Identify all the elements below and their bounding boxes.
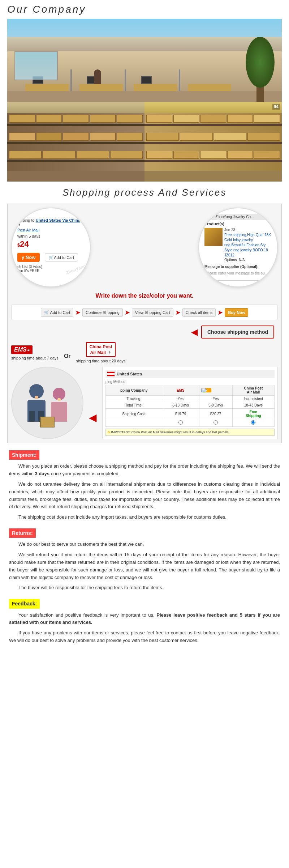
shipment-p3: The shipping cost does not include any i… bbox=[9, 514, 280, 521]
china-post-logo: China PostAir Mail ✈ bbox=[86, 342, 116, 357]
dhl-time-cell: 5-8 Days bbox=[199, 402, 232, 409]
shipment-header: Shipment: bbox=[9, 450, 39, 460]
shipment-p1: When you place an order, please choose a… bbox=[9, 463, 280, 478]
company-section: Our Company bbox=[0, 0, 289, 182]
us-flag bbox=[107, 371, 115, 376]
shipping-method[interactable]: Post Air Mail bbox=[17, 228, 39, 232]
buy-now-step[interactable]: Buy Now bbox=[225, 308, 248, 317]
dhl-cost: $20.27 bbox=[199, 409, 232, 419]
shopping-section: Shopping process And Services hipping to… bbox=[0, 182, 289, 443]
continue-shopping-step[interactable]: Continue Shopping bbox=[82, 308, 123, 317]
choose-shipping-row: ◀ Choose shipping method bbox=[11, 326, 278, 339]
delivery-circle bbox=[11, 367, 83, 439]
buy-now-button[interactable]: y Now bbox=[17, 253, 40, 262]
or-text: Or bbox=[64, 353, 71, 359]
top-circles-row: hipping to United States Via China ▼ Pos… bbox=[11, 208, 278, 287]
product-date: Jun 23 bbox=[224, 228, 272, 232]
table-row: Tracking: Yes Yes Inconsistent bbox=[106, 396, 275, 402]
returns-header: Returns: bbox=[9, 528, 36, 538]
shipping-destination[interactable]: United States Via China bbox=[36, 218, 80, 222]
shipping-table-area: United States ping Method pping Company … bbox=[102, 367, 278, 439]
ems-option: EMS✈ shipping time about 7 days bbox=[11, 345, 59, 360]
protection-label: tion It's FREE rs bbox=[17, 269, 39, 277]
ems-cost: $19.79 bbox=[162, 409, 199, 419]
ems-radio[interactable] bbox=[178, 420, 183, 425]
returns-p2: We will refund you if you return the ite… bbox=[9, 551, 280, 581]
choose-shipping-arrow: ◀ bbox=[191, 327, 198, 337]
wish-list[interactable]: sh List (0 Adds) bbox=[17, 265, 42, 269]
seller-header: elier: ZhouYang Jewelry Cu... bbox=[204, 214, 272, 220]
china-cost: FreeShipping bbox=[232, 409, 274, 419]
time-label: Total Time: bbox=[106, 402, 162, 409]
returns-block: Returns: We do our best to serve our cus… bbox=[9, 528, 280, 592]
cost-label: Shipping Cost: bbox=[106, 409, 162, 419]
important-note: ⚠ IMPORTANT: China Post Air Mail deliver… bbox=[105, 429, 275, 436]
china-tracking: Inconsistent bbox=[232, 396, 274, 402]
shipment-block: Shipment: When you place an order, pleas… bbox=[9, 450, 280, 521]
ems-time: shipping time about 7 days bbox=[11, 356, 59, 360]
shipping-table-box: United States ping Method pping Company … bbox=[102, 367, 278, 439]
product-page-circle: hipping to United States Via China ▼ Pos… bbox=[11, 208, 91, 287]
ems-tracking: Yes bbox=[162, 396, 199, 402]
shipping-comparison-table: pping Company EMS China PostAir Mail Tra… bbox=[105, 385, 275, 427]
china-post-time: shipping time about 20 days bbox=[76, 359, 126, 363]
steps-row: 🛒 Add to Cart ➤ Continue Shopping ➤ View… bbox=[11, 305, 278, 320]
add-to-cart-step[interactable]: 🛒 Add to Cart bbox=[41, 308, 74, 317]
delivery-to-table-arrow: ◀ bbox=[89, 367, 97, 439]
cart-icon-small: 🛒 bbox=[49, 255, 54, 260]
price-display: $24 bbox=[17, 239, 29, 249]
products-label: Product(s) bbox=[204, 222, 272, 226]
col-china-post: China PostAir Mail bbox=[232, 385, 274, 396]
add-to-cart-button[interactable]: 🛒 Add to Cart bbox=[45, 253, 78, 261]
cart-icon: 🛒 bbox=[44, 310, 49, 315]
ems-time-cell: 8-13 Days bbox=[162, 402, 199, 409]
returns-p1: We do our best to serve our customers th… bbox=[9, 541, 280, 548]
tracking-label: Tracking: bbox=[106, 396, 162, 402]
us-flag-bar: United States bbox=[105, 370, 275, 378]
write-down-text: Write down the size/color you want. bbox=[11, 293, 278, 299]
product-name: Free shipping,High Qua. 18K Gold Inlay j… bbox=[224, 233, 272, 258]
process-diagram: hipping to United States Via China ▼ Pos… bbox=[7, 204, 282, 443]
product-image bbox=[204, 228, 223, 246]
shipping-method-label: ping Method bbox=[105, 380, 275, 384]
table-row bbox=[106, 419, 275, 427]
arrow-step1: ➤ bbox=[75, 309, 81, 316]
shipping-logos-row: EMS✈ shipping time about 7 days Or China… bbox=[11, 342, 278, 363]
watermark: ZhouYang bbox=[65, 264, 86, 276]
within-days: within 5 days bbox=[17, 234, 40, 238]
china-post-option: China PostAir Mail ✈ shipping time about… bbox=[76, 342, 126, 363]
feedback-header: Feedback: bbox=[9, 599, 40, 608]
table-row: Shipping Cost: $19.79 $20.27 FreeShippin… bbox=[106, 409, 275, 419]
shipment-p2: We do not uarantee delivery time on all … bbox=[9, 481, 280, 511]
arrow-step3: ➤ bbox=[175, 309, 181, 316]
warehouse-photo: 94 bbox=[7, 102, 282, 182]
col-dhl bbox=[199, 385, 232, 396]
returns-p3: The buyer will be responsible for the sh… bbox=[9, 584, 280, 592]
view-cart-step[interactable]: View Shopping Cart bbox=[132, 308, 173, 317]
china-time-cell: 18-43 Days bbox=[232, 402, 274, 409]
message-label: Message to supplier (Optional): bbox=[204, 265, 272, 269]
shopping-title: Shopping process And Services bbox=[7, 187, 282, 198]
message-circle: elier: ZhouYang Jewelry Cu... Product(s)… bbox=[198, 208, 278, 287]
shipping-to-label: hipping to United States Via China ▼ bbox=[17, 218, 85, 227]
choose-shipping-box[interactable]: Choose shipping method bbox=[201, 326, 274, 339]
col-shipping-company: pping Company bbox=[106, 385, 162, 396]
company-title: Our Company bbox=[7, 4, 282, 15]
check-items-step: Check all items bbox=[182, 308, 216, 317]
dhl-tracking: Yes bbox=[199, 396, 232, 402]
col-ems: EMS bbox=[162, 385, 199, 396]
feedback-p2: If you have any problems with our items … bbox=[9, 629, 280, 644]
dhl-radio[interactable] bbox=[213, 420, 218, 425]
china-radio[interactable] bbox=[251, 420, 255, 425]
message-input[interactable]: Please enter your message to the su... bbox=[204, 270, 272, 281]
ems-logo: EMS✈ bbox=[11, 345, 33, 354]
bottom-content-row: ◀ United States ping Method pping Compan… bbox=[11, 367, 278, 439]
product-options: Options: N/A bbox=[224, 258, 272, 262]
feedback-p1: Your satisfaction and positive feedback … bbox=[9, 612, 280, 627]
text-section: Shipment: When you place an order, pleas… bbox=[0, 443, 289, 659]
arrow-step4: ➤ bbox=[217, 309, 223, 316]
table-row: Total Time: 8-13 Days 5-8 Days 18-43 Day… bbox=[106, 402, 275, 409]
warning-icon: ⚠ bbox=[107, 430, 110, 434]
arrow-step2: ➤ bbox=[125, 309, 130, 316]
product-row: Jun 23 Free shipping,High Qua. 18K Gold … bbox=[204, 228, 272, 262]
